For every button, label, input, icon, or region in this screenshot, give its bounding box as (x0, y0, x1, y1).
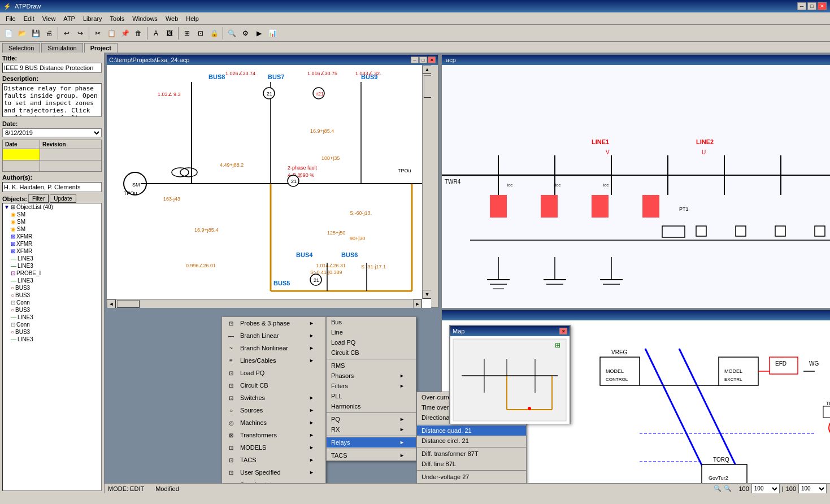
menu-library[interactable]: Library (80, 14, 106, 23)
relay-dist-quad[interactable]: Distance quad. 21 (417, 425, 526, 436)
list-item-line3[interactable]: — LINE3 (3, 277, 101, 284)
mdi-circuit-close[interactable]: ✕ (428, 57, 436, 63)
cm-machines[interactable]: ◎ Machines ► (222, 416, 325, 429)
menu-edit[interactable]: Edit (20, 14, 38, 23)
mdi-area[interactable]: C:\temp\Projects\Exa_24.acp ─ □ ✕ BUS7 (105, 53, 830, 483)
list-item-bus4[interactable]: ○ BUS3 (3, 328, 101, 336)
sub-rms[interactable]: RMS (327, 360, 416, 371)
image-button[interactable]: 🖼 (163, 27, 176, 40)
open-button[interactable]: 📂 (16, 27, 28, 40)
sub-load-pq[interactable]: Load PQ (327, 337, 416, 347)
sub-pll[interactable]: PLL (327, 391, 416, 401)
date-cell[interactable] (3, 149, 40, 160)
cm-circuit-cb[interactable]: ⊡ Circuit CB (222, 379, 325, 392)
relay-dist-circ[interactable]: Distance circl. 21 (417, 436, 526, 446)
snap-button[interactable]: ⊞ (181, 27, 193, 40)
cm-transformers[interactable]: ⊠ Transformers ► (222, 429, 325, 441)
sub-circuit-cb[interactable]: Circuit CB (327, 347, 416, 358)
list-item-conn1[interactable]: ⊡ Conn (3, 299, 101, 306)
mdi-circuit-minimize[interactable]: ─ (411, 57, 419, 63)
authors-input[interactable] (2, 182, 102, 192)
sub-phasors[interactable]: Phasors ► (327, 371, 416, 381)
list-item-line4[interactable]: — LINE3 (3, 314, 101, 321)
list-item-line1[interactable]: — LINE3 (3, 255, 101, 262)
scroll-thumb-circuit[interactable] (424, 75, 431, 98)
objects-list[interactable]: ▼ ⊞ ObjectList (40) ◉ SM ◉ SM ◉ SM ⊠ (2, 203, 102, 491)
cm-load-pq[interactable]: ⊡ Load PQ (222, 367, 325, 379)
menu-web[interactable]: Web (162, 14, 181, 23)
list-item-objectlist[interactable]: ▼ ⊞ ObjectList (40) (3, 203, 101, 211)
list-item-sm2[interactable]: ◉ SM (3, 218, 101, 225)
menu-tools[interactable]: Tools (107, 14, 128, 23)
scroll-right-circuit[interactable]: ► (413, 299, 422, 309)
list-item-xfmr3[interactable]: ⊠ XFMR (3, 247, 101, 255)
relay-ov[interactable]: Over-voltage 59 (417, 482, 526, 483)
chart-button[interactable]: 📊 (266, 27, 279, 40)
redo-button[interactable]: ↪ (74, 27, 86, 40)
search-button[interactable]: 🔍 (225, 27, 238, 40)
zoom-y-select[interactable]: 100 75 50 200 (798, 484, 827, 494)
list-item-probei[interactable]: ⊡ PROBE_I (3, 270, 101, 277)
list-item-bus3[interactable]: ○ BUS3 (3, 306, 101, 314)
cm-switches[interactable]: ⊡ Switches ► (222, 392, 325, 404)
maximize-button[interactable]: □ (807, 2, 816, 10)
scroll-v-circuit[interactable]: ▲ ▼ (422, 65, 431, 299)
scroll-h-circuit[interactable]: ◄ ► (107, 299, 422, 308)
update-button[interactable]: Update (50, 194, 76, 203)
list-item-line2[interactable]: — LINE3 (3, 262, 101, 270)
zoom-x-select[interactable]: 100 75 50 200 (751, 484, 780, 494)
tab-project[interactable]: Project (84, 43, 118, 53)
cm-branch-linear[interactable]: — Branch Linear ► (222, 329, 325, 342)
scroll-down-circuit[interactable]: ▼ (423, 290, 431, 299)
sub-relays[interactable]: Relays ► (327, 437, 416, 447)
title-input[interactable] (2, 63, 102, 73)
sub-tacs[interactable]: TACS ► (327, 450, 416, 460)
sub-pq[interactable]: PQ ► (327, 414, 416, 424)
sub-harmonics[interactable]: Harmonics (327, 401, 416, 411)
menu-help[interactable]: Help (182, 14, 202, 23)
cm-models[interactable]: ⊡ MODELS ► (222, 441, 325, 454)
group-button[interactable]: ⊡ (194, 27, 207, 40)
revision-cell[interactable] (40, 149, 101, 160)
filter-button[interactable]: Filter (28, 194, 49, 203)
save-button[interactable]: 💾 (29, 27, 42, 40)
menu-view[interactable]: View (39, 14, 59, 23)
menu-file[interactable]: File (2, 14, 19, 23)
description-textarea[interactable]: Distance relay for phase faults inside g… (2, 83, 102, 117)
undo-button[interactable]: ↩ (60, 27, 73, 40)
sub-line[interactable]: Line (327, 327, 416, 337)
print-button[interactable]: 🖨 (43, 27, 55, 40)
cm-probes[interactable]: ⊡ Probes & 3-phase ► (222, 317, 325, 329)
cm-sources[interactable]: ○ Sources ► (222, 404, 325, 416)
relay-uv[interactable]: Under-voltage 27 (417, 472, 526, 482)
list-item-conn2[interactable]: ⊡ Conn (3, 321, 101, 328)
cm-branch-nonlinear[interactable]: ~ Branch Nonlinear ► (222, 342, 325, 354)
scroll-up-circuit[interactable]: ▲ (423, 65, 431, 74)
sub-filters[interactable]: Filters ► (327, 381, 416, 391)
mdi-circuit-maximize[interactable]: □ (419, 57, 427, 63)
tab-selection[interactable]: Selection (2, 43, 40, 53)
menu-windows[interactable]: Windows (129, 14, 161, 23)
new-button[interactable]: 📄 (2, 27, 15, 40)
date-cell2[interactable] (3, 160, 40, 172)
date-select[interactable]: 8/12/2019 (2, 128, 102, 137)
map-close[interactable]: ✕ (559, 328, 567, 334)
sub-bus[interactable]: Bus (327, 317, 416, 327)
cm-user-specified[interactable]: ⊡ User Specified ► (222, 466, 325, 479)
delete-button[interactable]: 🗑 (132, 27, 145, 40)
font-button[interactable]: A (150, 27, 162, 40)
list-item-bus2[interactable]: ○ BUS3 (3, 292, 101, 299)
run-button[interactable]: ▶ (253, 27, 265, 40)
relay-diff-tx[interactable]: Diff. transformer 87T (417, 449, 526, 459)
cm-tacs[interactable]: ⊡ TACS ► (222, 454, 325, 466)
sub-rx[interactable]: RX ► (327, 424, 416, 435)
list-item-sm3[interactable]: ◉ SM (3, 225, 101, 233)
close-button[interactable]: ✕ (818, 2, 827, 10)
tab-simulation[interactable]: Simulation (41, 43, 82, 53)
scroll-left-circuit[interactable]: ◄ (107, 299, 116, 309)
cut-button[interactable]: ✂ (92, 27, 104, 40)
list-item-xfmr1[interactable]: ⊠ XFMR (3, 233, 101, 240)
cm-steady-state[interactable]: ~ Steady-state ► (222, 479, 325, 483)
list-item-sm1[interactable]: ◉ SM (3, 211, 101, 218)
revision-cell2[interactable] (40, 160, 101, 172)
